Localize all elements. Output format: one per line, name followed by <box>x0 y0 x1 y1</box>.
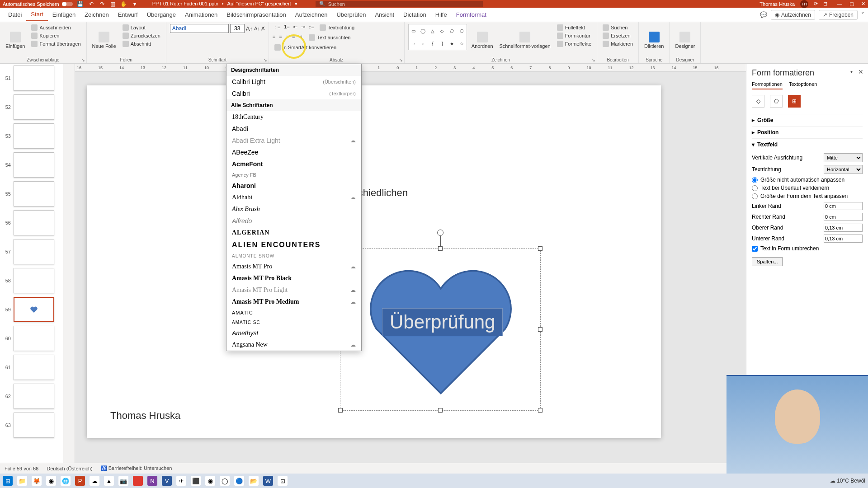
share-button[interactable]: ↗Freigeben <box>819 10 858 20</box>
user-name[interactable]: Thomas Hruska <box>760 1 795 7</box>
quick-styles-button[interactable]: Schnellformat-vorlagen <box>498 24 552 56</box>
font-item[interactable]: Amasis MT Pro Black <box>226 272 361 284</box>
bottom-margin-input[interactable] <box>824 235 863 243</box>
font-size-input[interactable] <box>230 24 245 33</box>
chrome-icon[interactable]: ◉ <box>46 476 56 486</box>
bullets-icon[interactable]: ⋮≡ <box>273 24 280 31</box>
tab-entwurf[interactable]: Entwurf <box>113 9 142 21</box>
select-button[interactable]: Markieren <box>601 40 635 47</box>
font-item[interactable]: AcmeFont <box>226 158 361 170</box>
paste-button[interactable]: Einfügen <box>4 24 27 56</box>
app-icon[interactable]: ☁ <box>90 476 99 486</box>
left-margin-input[interactable] <box>824 202 863 210</box>
language-status[interactable]: Deutsch (Österreich) <box>47 466 92 471</box>
resize-handle[interactable] <box>438 246 443 251</box>
record-button[interactable]: ◉Aufzeichnen <box>771 10 815 20</box>
slide-thumb-51[interactable]: 51 <box>3 66 60 91</box>
font-item[interactable]: Aharoni <box>226 180 361 192</box>
columns-icon[interactable]: ⫼ <box>298 34 303 41</box>
align-text-button[interactable]: Text ausrichten <box>307 34 352 41</box>
comments-icon[interactable]: 💬 <box>760 11 767 18</box>
font-item[interactable]: ABeeZee <box>226 146 361 158</box>
dialog-launcher-icon[interactable]: ↘ <box>81 58 85 62</box>
text-direction-button[interactable]: Textrichtung <box>318 24 356 31</box>
telegram-icon[interactable]: ✈ <box>176 476 186 486</box>
line-spacing-icon[interactable]: ↕≡ <box>309 24 314 31</box>
dialog-launcher-icon[interactable]: ↘ <box>264 58 267 62</box>
rotation-handle-icon[interactable] <box>437 230 443 236</box>
font-item[interactable]: Abadi <box>226 123 361 135</box>
decrease-indent-icon[interactable]: ⇤ <box>293 24 297 31</box>
search-input[interactable] <box>328 1 479 7</box>
app-icon[interactable] <box>133 476 143 486</box>
radio-icon[interactable] <box>752 193 758 199</box>
font-item[interactable]: Alex Brush <box>226 203 361 215</box>
ribbon-display-icon[interactable]: ⊟ <box>823 1 827 7</box>
clear-formatting-icon[interactable]: A̸ <box>261 26 265 32</box>
slide-thumb-62[interactable]: 62 <box>3 384 60 409</box>
font-item[interactable]: Amethyst <box>226 327 361 339</box>
accessibility-status[interactable]: ♿ Barrierefreiheit: Untersuchen <box>101 465 172 471</box>
font-item[interactable]: Calibri Light(Überschriften) <box>226 76 361 88</box>
slide-thumbnails[interactable]: 51 52 53 54 55 56 57 58 59 60 61 62 63 <box>0 64 63 463</box>
app-icon[interactable]: 📷 <box>118 476 128 486</box>
font-item[interactable]: AMATIC <box>226 308 361 318</box>
slide-thumb-56[interactable]: 56 <box>3 210 60 235</box>
toggle-switch-icon[interactable] <box>62 2 73 6</box>
close-icon[interactable]: ✕ <box>861 1 865 7</box>
increase-indent-icon[interactable]: ⇥ <box>301 24 305 31</box>
autofit-shrink[interactable]: Text bei Überlauf verkleinern <box>752 185 863 191</box>
wrap-text-check[interactable]: Text in Form umbrechen <box>752 245 863 252</box>
slide-thumb-52[interactable]: 52 <box>3 94 60 120</box>
explorer-icon[interactable]: 📁 <box>17 476 27 486</box>
resize-handle[interactable] <box>338 408 343 413</box>
slide-thumb-53[interactable]: 53 <box>3 123 60 149</box>
font-item[interactable]: Amasis MT Pro Light☁ <box>226 284 361 296</box>
qat-dropdown-icon[interactable]: ▾ <box>132 1 138 7</box>
resize-handle[interactable] <box>538 246 542 251</box>
slide-thumb-63[interactable]: 63 <box>3 413 60 438</box>
tab-ansicht[interactable]: Ansicht <box>370 9 399 21</box>
resize-handle[interactable] <box>538 327 542 332</box>
cut-button[interactable]: Ausschneiden <box>29 24 82 31</box>
weather-widget[interactable]: ☁ 10°C Bewöl <box>830 478 865 484</box>
app-icon[interactable]: ◯ <box>220 476 230 486</box>
edge-icon[interactable]: 🌐 <box>61 476 71 486</box>
align-left-icon[interactable]: ≡ <box>273 34 275 41</box>
section-textfeld[interactable]: ▾Textfeld <box>752 138 863 150</box>
layout-button[interactable]: Layout <box>121 24 162 31</box>
tab-start[interactable]: Start <box>26 8 47 21</box>
justify-icon[interactable]: ≡ <box>292 34 295 41</box>
word-icon[interactable]: W <box>263 476 273 486</box>
font-item[interactable]: Aldhabi☁ <box>226 192 361 203</box>
slide-thumb-60[interactable]: 60 <box>3 326 60 351</box>
find-button[interactable]: Suchen <box>601 24 635 31</box>
new-slide-button[interactable]: Neue Folie <box>90 24 118 56</box>
close-pane-icon[interactable]: ✕ <box>858 68 863 75</box>
fill-line-icon[interactable]: ◇ <box>752 95 764 108</box>
app-icon[interactable]: 🔵 <box>234 476 244 486</box>
tab-formformat[interactable]: Formformat <box>452 9 491 21</box>
font-item[interactable]: Abadi Extra Light☁ <box>226 135 361 146</box>
vert-align-select[interactable]: Mitte <box>824 153 863 162</box>
tab-einfuegen[interactable]: Einfügen <box>48 9 80 21</box>
app-icon[interactable]: ⬛ <box>191 476 201 486</box>
font-item[interactable]: AMATIC SC <box>226 318 361 327</box>
pane-tab-form[interactable]: Formoptionen <box>752 81 783 89</box>
text-direction-select[interactable]: Horizontal <box>824 165 863 174</box>
font-item[interactable]: Amasis MT Pro Medium☁ <box>226 296 361 308</box>
shape-outline-button[interactable]: Formkontur <box>555 32 594 39</box>
onenote-icon[interactable]: N <box>147 476 157 486</box>
size-properties-icon[interactable]: ⊞ <box>788 95 801 108</box>
font-item[interactable]: Alfredo <box>226 215 361 227</box>
tab-zeichnen[interactable]: Zeichnen <box>80 9 113 21</box>
maximize-icon[interactable]: ▢ <box>849 1 854 7</box>
resize-handle[interactable] <box>438 408 443 413</box>
autosave-toggle[interactable]: Automatisches Speichern <box>3 1 73 7</box>
visio-icon[interactable]: V <box>162 476 172 486</box>
top-margin-input[interactable] <box>824 224 863 232</box>
chevron-down-icon[interactable]: ▾ <box>295 1 297 7</box>
touch-icon[interactable]: ✋ <box>121 1 127 7</box>
heart-text[interactable]: Überprüfung <box>382 308 503 336</box>
dictate-button[interactable]: Diktieren <box>642 24 665 56</box>
